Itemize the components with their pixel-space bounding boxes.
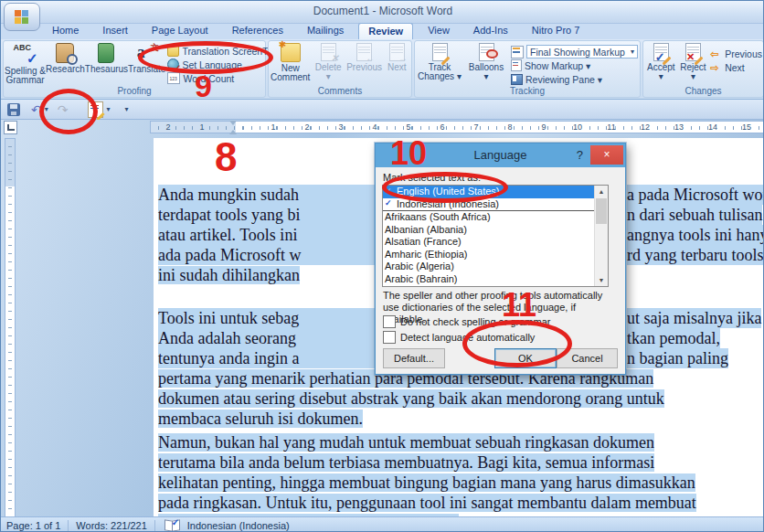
translation-screentip-button[interactable]: Translation ScreenTip ▾ bbox=[165, 44, 282, 58]
balloons-icon bbox=[479, 43, 494, 61]
new-comment-icon bbox=[281, 43, 301, 62]
page-indicator[interactable]: Page: 1 of 1 bbox=[6, 520, 60, 531]
reject-button[interactable]: Reject▾ bbox=[678, 42, 708, 87]
save-icon[interactable] bbox=[7, 103, 20, 116]
balloons-button[interactable]: Balloons▾ bbox=[463, 42, 509, 87]
tab-review[interactable]: Review bbox=[358, 23, 413, 39]
language-option[interactable]: Arabic (Bahrain) bbox=[383, 273, 608, 286]
no-proofing-label: Do not check spelling or grammar bbox=[400, 316, 550, 327]
new-comment-button[interactable]: NewComment bbox=[270, 42, 311, 87]
tab-insert[interactable]: Insert bbox=[93, 23, 137, 39]
vertical-ruler[interactable] bbox=[5, 138, 16, 518]
tab-nitro-pro-7[interactable]: Nitro Pro 7 bbox=[523, 23, 589, 39]
dialog-close-button[interactable]: × bbox=[590, 145, 623, 165]
thesaurus-button[interactable]: Thesaurus bbox=[85, 42, 128, 87]
dialog-title-bar[interactable]: Language ? × bbox=[376, 144, 625, 167]
delete-comment-icon: ✕ bbox=[321, 43, 336, 61]
qat-proofing-icon[interactable] bbox=[88, 101, 103, 118]
language-option[interactable]: Arabic (Algeria) bbox=[383, 261, 608, 273]
ruler-number: 2 bbox=[304, 122, 309, 132]
word-window: Document1 - Microsoft Word HomeInsertPag… bbox=[0, 0, 764, 532]
research-icon bbox=[56, 43, 74, 63]
office-button[interactable] bbox=[4, 3, 40, 31]
accept-button[interactable]: Accept▾ bbox=[644, 42, 678, 87]
language-option[interactable]: English (United States) bbox=[383, 186, 608, 198]
ruler-number: 15 bbox=[742, 122, 751, 132]
word-count-indicator[interactable]: Words: 221/221 bbox=[76, 520, 146, 531]
show-markup-button[interactable]: Show Markup ▾ bbox=[509, 59, 638, 72]
language-option[interactable]: Albanian (Albania) bbox=[383, 224, 608, 237]
language-option-label: Arabic (Bahrain) bbox=[385, 273, 457, 286]
language-option[interactable]: Alsatian (France) bbox=[383, 236, 608, 249]
language-option-label: Amharic (Ethiopia) bbox=[385, 249, 467, 261]
scroll-up-icon[interactable]: ▲ bbox=[595, 186, 608, 197]
research-button[interactable]: Research bbox=[46, 42, 85, 87]
tab-page-layout[interactable]: Page Layout bbox=[143, 23, 218, 39]
display-for-review-combo[interactable]: Final Showing Markup▾ bbox=[526, 45, 638, 59]
changes-group: Accept▾ Reject▾ PreviousNext Changes bbox=[642, 40, 764, 98]
checkbox-icon[interactable] bbox=[383, 315, 396, 328]
no-proofing-checkbox-row[interactable]: Do not check spelling or grammar bbox=[383, 315, 550, 328]
word-count-button[interactable]: Word Count bbox=[165, 71, 282, 85]
cancel-button[interactable]: Cancel bbox=[557, 348, 618, 368]
scroll-thumb[interactable] bbox=[596, 198, 607, 224]
document-line: ini sudah dihilangkan bbox=[158, 265, 300, 285]
undo-dropdown-icon[interactable]: ▾ bbox=[45, 105, 48, 113]
default-button[interactable]: Default... bbox=[383, 348, 445, 368]
ruler-number: 9 bbox=[541, 122, 546, 132]
spelling-grammar-button[interactable]: ABC✓ Spelling &Grammar bbox=[5, 42, 46, 87]
document-line: atau artikel. Tools iniangnya tools ini … bbox=[158, 225, 377, 245]
ruler-ticks bbox=[151, 126, 764, 130]
tab-stop-selector[interactable] bbox=[4, 121, 17, 134]
indent-marker[interactable] bbox=[229, 121, 238, 134]
detect-language-checkbox-row[interactable]: Detect language automatically bbox=[383, 331, 535, 344]
language-option[interactable]: Indonesian (Indonesia) bbox=[383, 198, 608, 212]
display-for-review-row: Final Showing Markup▾ bbox=[509, 45, 638, 59]
tab-home[interactable]: Home bbox=[43, 23, 88, 39]
status-separator bbox=[68, 520, 69, 531]
tab-add-ins[interactable]: Add-Ins bbox=[464, 23, 517, 39]
qat-more-icon[interactable]: ▾ bbox=[125, 105, 129, 113]
show-markup-icon bbox=[511, 59, 522, 71]
redo-icon[interactable]: ↷ bbox=[58, 103, 69, 116]
document-line: pada ringkasan. Untuk itu, penggunaan to… bbox=[158, 493, 696, 513]
display-for-review-icon bbox=[511, 46, 524, 59]
previous-button[interactable]: Previous bbox=[708, 47, 762, 60]
ruler-number: 14 bbox=[708, 122, 717, 132]
chevron-down-icon: ▾ bbox=[631, 48, 634, 56]
delete-comment-button[interactable]: ✕ Delete▾ bbox=[311, 42, 345, 87]
qat-proofing-dropdown-icon[interactable]: ▾ bbox=[106, 105, 110, 113]
dialog-help-button[interactable]: ? bbox=[577, 148, 583, 162]
word-count-icon bbox=[167, 72, 180, 84]
language-option-label: Albanian (Albania) bbox=[385, 224, 467, 237]
checkbox-icon[interactable] bbox=[383, 331, 396, 344]
horizontal-ruler[interactable]: 21123456789101112131415 bbox=[150, 121, 764, 133]
language-option-label: Indonesian (Indonesia) bbox=[397, 198, 499, 211]
language-listbox[interactable]: English (United States)Indonesian (Indon… bbox=[382, 185, 609, 287]
proofing-group: ABC✓ Spelling &Grammar Research Thesauru… bbox=[3, 40, 266, 98]
next-comment-button[interactable]: → Next bbox=[383, 42, 410, 87]
track-changes-button[interactable]: TrackChanges ▾ bbox=[416, 42, 463, 87]
dialog-title: Language bbox=[376, 148, 625, 162]
language-option[interactable]: Afrikaans (South Africa) bbox=[383, 211, 608, 224]
tab-mailings[interactable]: Mailings bbox=[298, 23, 353, 39]
tab-references[interactable]: References bbox=[223, 23, 292, 39]
scroll-down-icon[interactable]: ▼ bbox=[595, 274, 608, 286]
language-indicator[interactable]: Indonesian (Indonesia) bbox=[187, 520, 290, 531]
next-button[interactable]: Next bbox=[708, 60, 762, 74]
language-option-label: English (United States) bbox=[397, 186, 500, 198]
spellcheck-mini-icon bbox=[385, 187, 394, 197]
proofing-status-icon[interactable] bbox=[164, 520, 178, 530]
tab-view[interactable]: View bbox=[419, 23, 459, 39]
document-line: membaca seluruh isi dokumen. bbox=[158, 409, 363, 429]
translate-button[interactable]: a文 Translate bbox=[128, 42, 165, 87]
set-language-button[interactable]: Set Language bbox=[165, 58, 282, 71]
previous-comment-button[interactable]: ← Previous bbox=[345, 42, 383, 87]
ruler-number: 12 bbox=[641, 122, 650, 132]
changes-group-label: Changes bbox=[643, 86, 763, 97]
reviewing-pane-button[interactable]: Reviewing Pane ▾ bbox=[509, 72, 638, 86]
ok-button[interactable]: OK bbox=[494, 348, 557, 368]
list-scrollbar[interactable]: ▲ ▼ bbox=[594, 186, 608, 286]
language-option[interactable]: Amharic (Ethiopia) bbox=[383, 249, 608, 261]
undo-icon[interactable]: ↶ bbox=[31, 103, 42, 116]
